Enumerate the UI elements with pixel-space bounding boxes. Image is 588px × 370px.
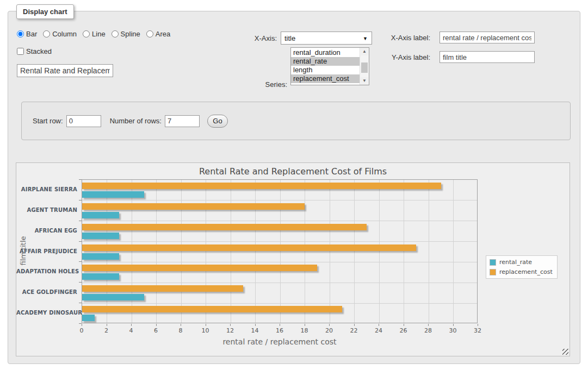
start-row-label: Start row: [33,117,63,125]
gridline-vertical [330,180,330,323]
chart-type-radio-line[interactable] [83,30,90,37]
x-tick-mark [255,324,256,326]
bar-replacement_cost [82,203,305,210]
bar-rental_rate [82,191,144,198]
y-tick-mark [79,303,82,303]
gridline-vertical [231,180,231,323]
bar-rental_rate [82,253,119,260]
series-option-rental_rate[interactable]: rental_rate [291,57,360,66]
bar-replacement_cost [82,265,317,271]
series-listbox-label: Series: [255,80,287,89]
bar-rental_rate [82,233,119,239]
chart-type-radio-area[interactable] [146,30,153,37]
legend-item-replacement_cost: replacement_cost [490,268,553,275]
scroll-down-icon[interactable]: ▼ [361,77,368,85]
bar-replacement_cost [82,306,342,312]
chart-type-option-bar[interactable]: Bar [17,30,37,38]
x-axis-label-input[interactable] [440,32,535,43]
category-label: AGENT TRUMAN [16,207,77,213]
gridline-vertical [404,180,404,323]
chart-type-label-spline: Spline [121,30,140,38]
x-tick-label: 32 [469,327,486,334]
category-label: AFFAIR PREJUDICE [16,248,77,254]
x-tick-label: 0 [73,327,90,334]
go-button[interactable]: Go [207,115,228,128]
chart-type-option-column[interactable]: Column [43,30,77,38]
y-tick-mark [79,200,82,200]
bar-replacement_cost [82,244,416,251]
series-option-replacement_cost[interactable]: replacement_cost [291,74,360,83]
stacked-checkbox-row[interactable]: Stacked [17,47,52,55]
gridline-horizontal [82,241,477,242]
chart-type-label-column: Column [52,30,77,38]
x-tick-label: 2 [98,327,115,334]
category-label: ADAPTATION HOLES [16,268,77,274]
series-listbox[interactable]: rental_durationrental_ratelengthreplacem… [290,47,369,85]
series-option-length[interactable]: length [291,66,360,74]
y-tick-mark [79,179,82,180]
legend-label: rental_rate [499,259,532,266]
x-tick-label: 30 [445,327,461,334]
number-of-rows-label: Number of rows: [110,117,162,125]
chart-type-option-area[interactable]: Area [146,30,170,38]
x-tick-mark [230,324,231,326]
x-axis-select-value: title [284,34,295,42]
bar-replacement_cost [82,224,367,230]
category-label: AFRICAN EGG [16,228,77,234]
resize-handle-icon[interactable] [562,349,568,355]
legend-swatch-icon [490,269,496,275]
gridline-vertical [379,180,380,323]
x-tick-label: 14 [247,327,263,334]
y-tick-mark [79,241,82,242]
category-label: ACE GOLDFINGER [16,289,77,295]
gridline-vertical [181,180,182,323]
y-tick-mark [79,221,82,221]
chart-type-radio-bar[interactable] [17,30,24,37]
legend-item-rental_rate: rental_rate [490,259,553,266]
chart-type-radio-column[interactable] [43,30,50,37]
x-tick-label: 26 [395,327,412,334]
gridline-vertical [107,180,107,323]
number-of-rows-input[interactable] [165,115,200,127]
x-axis-label-label: X-Axis label: [381,34,430,42]
chart-type-radios: BarColumnLineSplineArea [17,30,170,38]
gridline-horizontal [82,221,477,221]
y-axis-label-input[interactable] [440,51,535,63]
stacked-checkbox[interactable] [17,48,24,55]
legend-label: replacement_cost [499,268,553,275]
gridline-horizontal [82,262,477,262]
chart-x-axis-title: rental rate / replacement cost [82,337,478,346]
chart-type-option-spline[interactable]: Spline [112,30,140,38]
gridline-vertical [255,180,256,323]
series-option-rental_duration[interactable]: rental_duration [291,48,360,57]
chart-type-label-area: Area [156,30,170,38]
scroll-up-icon[interactable]: ▲ [361,48,368,55]
chart-type-label-line: Line [92,30,106,38]
x-tick-mark [305,324,305,326]
chevron-down-icon: ▼ [363,36,368,41]
chart-legend: rental_ratereplacement_cost [486,255,558,279]
series-listbox-scrollbar[interactable]: ▲ ▼ [360,48,369,85]
gridline-vertical [354,180,355,323]
scrollbar-thumb[interactable] [361,62,368,73]
x-tick-label: 8 [172,327,189,334]
stacked-label: Stacked [26,47,52,55]
x-axis-select-label: X-Axis: [244,34,277,42]
chart-type-option-line[interactable]: Line [83,30,106,38]
start-row-input[interactable] [66,115,101,127]
gridline-vertical [206,180,206,323]
x-tick-label: 10 [197,327,214,334]
gridline-horizontal [82,283,477,283]
bar-rental_rate [82,315,95,321]
chart-title-input[interactable] [17,64,113,77]
chart-type-radio-spline[interactable] [112,30,119,37]
bar-rental_rate [82,273,119,280]
x-axis-select[interactable]: title ▼ [281,32,372,45]
legend-swatch-icon [490,259,496,266]
bar-rental_rate [82,294,144,300]
panel-title: Display chart [16,4,74,19]
bar-replacement_cost [82,183,441,189]
x-tick-label: 20 [321,327,337,334]
x-tick-mark [107,324,107,326]
x-tick-mark [329,324,330,326]
